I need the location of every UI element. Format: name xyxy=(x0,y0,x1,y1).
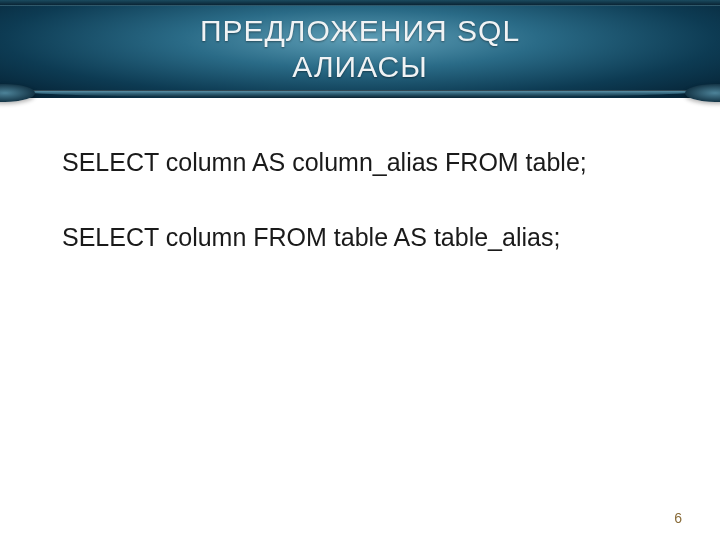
header-bottom-edge xyxy=(0,90,720,98)
slide-title-line1: ПРЕДЛОЖЕНИЯ SQL xyxy=(200,13,520,49)
slide-body: SELECT column AS column_alias FROM table… xyxy=(0,98,720,252)
sql-example-1: SELECT column AS column_alias FROM table… xyxy=(62,148,670,177)
page-number: 6 xyxy=(674,510,682,526)
sql-example-2: SELECT column FROM table AS table_alias; xyxy=(62,223,670,252)
slide-header: ПРЕДЛОЖЕНИЯ SQL АЛИАСЫ xyxy=(0,0,720,98)
header-top-edge xyxy=(0,0,720,6)
slide-title-line2: АЛИАСЫ xyxy=(292,49,428,85)
